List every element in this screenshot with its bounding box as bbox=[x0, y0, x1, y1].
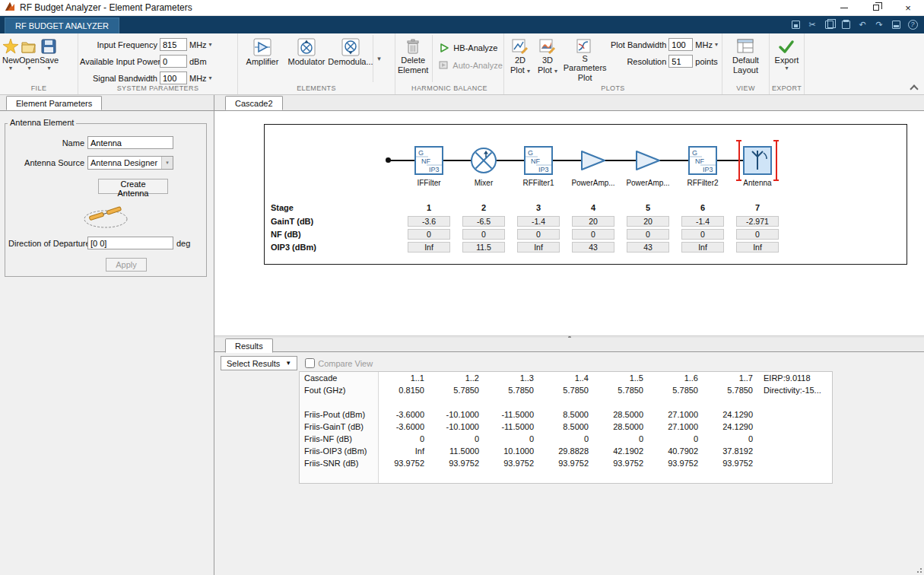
amplifier-button[interactable]: Amplifier bbox=[240, 35, 284, 82]
plot-bandwidth-field[interactable] bbox=[668, 38, 693, 51]
paste-icon[interactable] bbox=[840, 19, 851, 30]
result-value: 0 bbox=[433, 433, 488, 445]
mixer-icon bbox=[469, 146, 498, 175]
input-frequency-field[interactable] bbox=[160, 38, 187, 51]
cut-icon[interactable]: ✂ bbox=[807, 19, 818, 30]
resize-grip[interactable] bbox=[916, 567, 922, 573]
default-layout-button[interactable]: Default Layout bbox=[732, 35, 759, 82]
s-parameters-icon bbox=[576, 38, 593, 53]
plot-2d-button[interactable]: 2D Plot ▾ bbox=[506, 35, 534, 82]
available-input-power-field[interactable] bbox=[160, 55, 187, 68]
print-icon[interactable] bbox=[891, 19, 901, 30]
play-icon bbox=[439, 43, 449, 53]
element-poweramp2[interactable]: PowerAmp... bbox=[621, 146, 675, 187]
result-value: 29.8828 bbox=[543, 445, 598, 457]
auto-analyze-button[interactable]: Auto-Analyze bbox=[439, 60, 502, 70]
section-label-system-parameters: SYSTEM PARAMETERS bbox=[78, 84, 237, 92]
undo-icon[interactable]: ↶ bbox=[857, 19, 868, 30]
copy-icon[interactable] bbox=[824, 19, 834, 30]
section-label-harmonic-balance: HARMONIC BALANCE bbox=[395, 84, 503, 92]
element-rffilter2[interactable]: GNFIP3 RFFilter2 bbox=[675, 146, 730, 187]
tab-cascade2[interactable]: Cascade2 bbox=[225, 96, 283, 110]
stage-row-label: Stage bbox=[265, 203, 402, 212]
section-label-view: VIEW bbox=[722, 84, 769, 92]
antenna-icon bbox=[743, 146, 772, 175]
delete-element-button[interactable]: Delete Element bbox=[398, 35, 428, 82]
name-label: Name bbox=[8, 138, 84, 148]
redo-icon[interactable]: ↷ bbox=[874, 19, 884, 30]
s-parameters-plot-button[interactable]: S Parameters Plot bbox=[561, 35, 608, 82]
directivity-value: Directivity:-15... bbox=[762, 384, 832, 396]
modulator-button[interactable]: Modulator bbox=[284, 35, 329, 82]
name-field[interactable] bbox=[87, 136, 173, 149]
element-rffilter1[interactable]: GNFIP3 RFFilter1 bbox=[511, 146, 566, 187]
hb-analyze-button[interactable]: HB-Analyze bbox=[439, 43, 502, 53]
input-frequency-unit-dropdown[interactable]: MHz▾ bbox=[189, 40, 212, 49]
restore-button[interactable] bbox=[860, 0, 892, 15]
new-button[interactable]: New ▾ bbox=[2, 35, 19, 82]
ribbon-tab-rf-budget-analyzer[interactable]: RF BUDGET ANALYZER bbox=[5, 17, 119, 33]
element-parameters-panel: Element Parameters Antenna Element Name … bbox=[0, 95, 214, 575]
svg-text:G: G bbox=[528, 149, 533, 157]
elements-gallery-expand-button[interactable]: ▾ bbox=[373, 35, 385, 82]
chevron-down-icon: ▾ bbox=[527, 68, 530, 75]
auto-analyze-icon bbox=[439, 60, 449, 70]
result-value: -3.6000 bbox=[379, 408, 433, 421]
direction-of-departure-field[interactable] bbox=[87, 237, 173, 249]
available-input-power-unit: dBm bbox=[189, 57, 207, 66]
stage-value: -2.971 bbox=[736, 216, 779, 227]
result-value: 27.1000 bbox=[653, 421, 707, 433]
result-value: -11.5000 bbox=[488, 421, 543, 433]
stage-value: -3.6 bbox=[408, 216, 450, 227]
tab-results[interactable]: Results bbox=[225, 338, 273, 353]
element-iffilter[interactable]: GNFIP3 IFFilter bbox=[402, 146, 456, 187]
plot-bandwidth-unit-dropdown[interactable]: MHz▾ bbox=[695, 40, 718, 49]
element-mixer[interactable]: Mixer bbox=[456, 146, 511, 187]
result-value: 0 bbox=[379, 433, 433, 445]
gain-row-label: GainT (dB) bbox=[265, 217, 402, 226]
minimize-button[interactable] bbox=[828, 0, 860, 15]
result-column-header: 1..3 bbox=[488, 372, 543, 384]
table-row-blank bbox=[300, 396, 832, 408]
plot-3d-button[interactable]: 3D Plot ▾ bbox=[534, 35, 561, 82]
ribbon-section-harmonic-balance: Delete Element HB-Analyze Auto-Analyze H… bbox=[395, 33, 504, 94]
demodulator-button[interactable]: Demodula... bbox=[329, 35, 373, 82]
result-value: 5.7850 bbox=[707, 384, 762, 396]
svg-text:G: G bbox=[692, 149, 697, 157]
result-column-header: 1..1 bbox=[379, 372, 433, 384]
signal-bandwidth-field[interactable] bbox=[160, 71, 187, 84]
signal-bandwidth-unit-dropdown[interactable]: MHz▾ bbox=[189, 74, 212, 83]
checkmark-icon bbox=[778, 38, 795, 55]
apply-button[interactable]: Apply bbox=[106, 258, 147, 272]
results-tab-bar: Results bbox=[214, 338, 924, 352]
save-icon bbox=[40, 38, 57, 55]
svg-text:NF: NF bbox=[421, 157, 430, 165]
save-button[interactable]: Save ▾ bbox=[40, 35, 59, 82]
select-results-button[interactable]: Select Results ▼ bbox=[221, 356, 297, 370]
filter-icon: GNFIP3 bbox=[524, 146, 553, 175]
chevron-down-icon: ▾ bbox=[27, 65, 30, 71]
result-row-header: Fout (GHz) bbox=[300, 384, 379, 396]
svg-text:IP3: IP3 bbox=[538, 166, 549, 173]
table-row: Cascade 1..1 1..2 1..3 1..4 1..5 1..6 1.… bbox=[300, 372, 832, 384]
open-button[interactable]: Open ▾ bbox=[19, 35, 40, 82]
result-value: -10.1000 bbox=[433, 421, 488, 433]
element-antenna-selected[interactable]: Antenna bbox=[730, 146, 785, 187]
result-value: 28.5000 bbox=[598, 421, 653, 433]
open-folder-icon bbox=[21, 38, 37, 55]
help-icon[interactable]: ? bbox=[907, 19, 918, 30]
antenna-source-dropdown[interactable]: Antenna Designer ▾ bbox=[87, 156, 173, 170]
stage-value: 0 bbox=[627, 229, 669, 240]
element-poweramp1[interactable]: PowerAmp... bbox=[566, 146, 621, 187]
tab-element-parameters[interactable]: Element Parameters bbox=[6, 96, 102, 110]
stage-value: 0 bbox=[736, 229, 779, 240]
stage-value: -6.5 bbox=[462, 216, 505, 227]
resolution-field[interactable] bbox=[668, 55, 693, 68]
stage-number: 6 bbox=[675, 203, 730, 212]
close-button[interactable]: × bbox=[892, 0, 924, 15]
create-antenna-button[interactable]: Create Antenna bbox=[98, 179, 168, 194]
collapse-ribbon-button[interactable] bbox=[910, 83, 919, 91]
compare-view-checkbox[interactable] bbox=[305, 358, 315, 368]
save-icon[interactable] bbox=[790, 19, 801, 30]
export-button[interactable]: Export ▾ bbox=[775, 35, 799, 82]
